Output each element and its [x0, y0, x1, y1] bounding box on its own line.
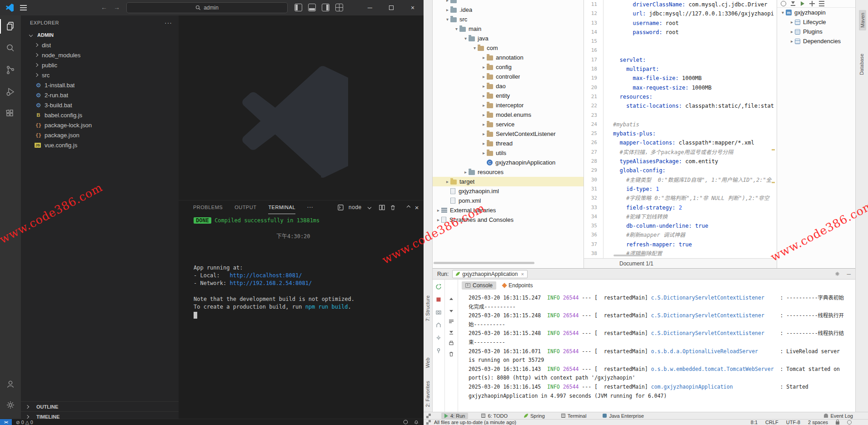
project-item-main[interactable]: ▾main: [433, 24, 584, 34]
terminal-output[interactable]: DONE Compiled successfully in 13881ms 下午…: [179, 214, 424, 419]
close-button[interactable]: ×: [402, 0, 423, 15]
scroll-to-end-icon[interactable]: [448, 329, 455, 335]
extensions-icon[interactable]: [0, 103, 21, 125]
tab-terminal[interactable]: TERMINAL: [268, 200, 295, 214]
project-item-entity[interactable]: ▸entity: [433, 91, 584, 100]
project-item-resources[interactable]: ▸resources: [433, 167, 584, 177]
explorer-item-vue.config.js[interactable]: JSvue.config.js: [21, 140, 179, 150]
source-control-icon[interactable]: [0, 59, 21, 81]
run-debug-icon[interactable]: [0, 81, 21, 103]
readonly-lock-icon[interactable]: [836, 421, 839, 425]
split-terminal-icon[interactable]: [379, 205, 385, 210]
feedback-icon[interactable]: [403, 420, 408, 425]
maximize-panel-icon[interactable]: [406, 205, 410, 209]
maven-dependencies[interactable]: ▸ Dependencies: [777, 36, 855, 46]
maven-run-icon[interactable]: [800, 1, 805, 6]
editor-code-area[interactable]: 11 driverClassName: com.mysql.cj.jdbc.Dr…: [584, 0, 777, 258]
thread-dump-icon[interactable]: [435, 309, 442, 315]
outline-section[interactable]: OUTLINE: [21, 401, 179, 411]
statusbar-grid-icon[interactable]: [426, 420, 431, 425]
minimize-button[interactable]: ─: [359, 0, 380, 15]
project-hscrollbar[interactable]: [434, 262, 534, 264]
project-item-target[interactable]: ▸target: [433, 177, 584, 186]
explorer-item-node_modules[interactable]: node_modules: [21, 50, 179, 60]
maven-project-root[interactable]: ▾ m gxjyzhaopin: [777, 8, 855, 17]
tool-button-database[interactable]: Database: [859, 54, 864, 75]
tool-button-web[interactable]: Web: [425, 358, 430, 368]
project-item-.idea[interactable]: ▸.idea: [433, 5, 584, 15]
event-log-button[interactable]: Event Log: [821, 413, 856, 419]
tab-endpoints[interactable]: Endpoints: [499, 281, 536, 290]
explorer-item-package.json[interactable]: {}package.json: [21, 130, 179, 140]
project-item-pom.xml[interactable]: pom.xml: [433, 196, 584, 205]
up-stack-icon[interactable]: [448, 296, 455, 303]
explorer-item-2-run.bat[interactable]: ⚙2-run.bat: [21, 90, 179, 100]
tool-tab-spring[interactable]: Spring: [521, 413, 548, 419]
tool-tab-terminal[interactable]: Terminal: [558, 413, 590, 419]
tab-problems[interactable]: PROBLEMS: [193, 200, 223, 214]
explorer-item-src[interactable]: src: [21, 70, 179, 80]
project-item-Scratches and Consoles[interactable]: ▸Scratches and Consoles: [433, 215, 584, 225]
project-item-config[interactable]: ▸config: [433, 62, 584, 72]
tab-console[interactable]: Console: [462, 281, 496, 290]
maven-filter-icon[interactable]: [819, 1, 824, 6]
pin-icon[interactable]: [435, 347, 442, 354]
explorer-item-public[interactable]: public: [21, 60, 179, 70]
terminal-url-link[interactable]: http://localhost:8081/: [229, 272, 302, 279]
tool-button-maven[interactable]: Maven: [859, 10, 866, 30]
console-log[interactable]: 2025-03-20 16:31:15.247 INFO 26544 --- […: [458, 291, 855, 400]
terminal-shell-label[interactable]: node: [349, 204, 362, 210]
tool-button-structure[interactable]: 7: Structure: [425, 295, 430, 321]
print-icon[interactable]: [448, 340, 455, 346]
inspections-hector-icon[interactable]: [847, 420, 852, 425]
run-settings-icon[interactable]: [435, 334, 442, 341]
explorer-item-babel.config.js[interactable]: Bbabel.config.js: [21, 110, 179, 120]
project-item-gxjyzhaopinApplication[interactable]: CgxjyzhaopinApplication: [433, 158, 584, 167]
project-item-ServletContextListener[interactable]: ▸ServletContextListener: [433, 129, 584, 139]
indent-setting[interactable]: 2 spaces: [808, 420, 828, 425]
tool-tab-todo[interactable]: 6: TODO: [478, 413, 511, 419]
explorer-item-dist[interactable]: dist: [21, 40, 179, 50]
rerun-icon[interactable]: [435, 283, 442, 290]
search-input[interactable]: admin: [126, 2, 288, 13]
tool-button-favorites[interactable]: 2: Favorites: [425, 381, 430, 407]
maven-add-icon[interactable]: [809, 1, 815, 6]
clear-console-icon[interactable]: [448, 350, 455, 357]
panel-more-icon[interactable]: ···: [307, 205, 314, 210]
project-item-src[interactable]: ▾src: [433, 15, 584, 24]
explorer-item-3-build.bat[interactable]: ⚙3-build.bat: [21, 100, 179, 110]
menu-icon[interactable]: [20, 5, 27, 10]
kill-terminal-trash-icon[interactable]: [390, 205, 396, 210]
explorer-activity-icon[interactable]: [0, 15, 21, 37]
tab-output[interactable]: OUTPUT: [234, 200, 256, 214]
maven-lifecycle[interactable]: ▸ Lifecycle: [777, 17, 855, 27]
explorer-item-1-install.bat[interactable]: ⚙1-install.bat: [21, 80, 179, 90]
tool-tab-java-enterprise[interactable]: Java Enterprise: [599, 413, 647, 419]
project-item-clipped[interactable]: ▸: [433, 0, 584, 5]
problems-status[interactable]: ⊘0 △0: [16, 420, 33, 425]
caret-position[interactable]: 8:1: [751, 420, 758, 425]
gc-icon[interactable]: [435, 321, 442, 328]
project-item-utils[interactable]: ▸utils: [433, 148, 584, 158]
nav-back-icon[interactable]: ←: [99, 4, 109, 11]
run-config-tab[interactable]: gxjyzhaopinApplication ×: [452, 270, 528, 278]
down-stack-icon[interactable]: [448, 307, 455, 314]
nav-forward-icon[interactable]: →: [112, 4, 122, 11]
toggle-sidebar-icon[interactable]: [294, 4, 302, 11]
file-encoding[interactable]: UTF-8: [786, 420, 800, 425]
explorer-more-icon[interactable]: ···: [165, 19, 172, 26]
customize-layout-icon[interactable]: [335, 4, 343, 11]
timeline-section[interactable]: TIMELINE: [21, 411, 179, 419]
search-activity-icon[interactable]: [0, 37, 21, 59]
toggle-panel-icon[interactable]: [308, 4, 316, 11]
project-item-controller[interactable]: ▸controller: [433, 72, 584, 81]
run-settings-gear-icon[interactable]: [834, 271, 840, 277]
account-icon[interactable]: [0, 373, 21, 395]
shell-dropdown-icon[interactable]: [367, 205, 371, 209]
project-root-admin[interactable]: ADMIN: [21, 30, 179, 40]
project-item-com[interactable]: ▾com: [433, 43, 584, 53]
maven-refresh-icon[interactable]: [781, 1, 786, 6]
project-item-interceptor[interactable]: ▸interceptor: [433, 100, 584, 110]
project-item-gxjyzhaopin.iml[interactable]: gxjyzhaopin.iml: [433, 186, 584, 196]
close-icon[interactable]: ×: [521, 271, 524, 277]
